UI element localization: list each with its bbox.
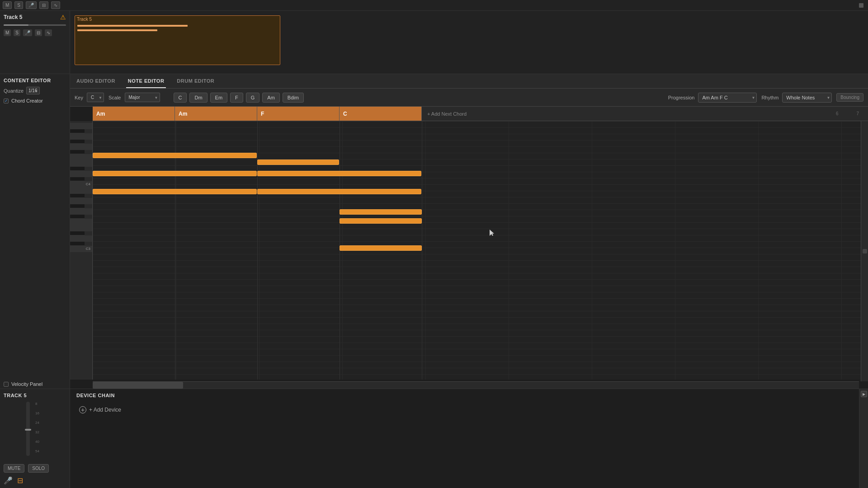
quantize-label: Quantize: [4, 88, 24, 94]
track-s-btn[interactable]: S: [14, 29, 20, 36]
key-Db3[interactable]: [70, 242, 85, 246]
key-E3[interactable]: [70, 225, 92, 231]
note-E4-Am1[interactable]: [93, 153, 257, 158]
right-strip-btn[interactable]: ▶: [861, 391, 867, 397]
key-E4[interactable]: [70, 160, 92, 167]
scale-select[interactable]: Major Minor Pentatonic: [125, 93, 160, 102]
quantize-select[interactable]: 1/16 1/8 1/4: [26, 87, 40, 94]
top-ctrl-mic[interactable]: 🎤: [26, 1, 37, 9]
key-Bb3[interactable]: [70, 194, 85, 198]
note-editor-toolbar: Key C D E F G A B Scale: [70, 89, 868, 107]
bouncing-toggle[interactable]: Bouncing: [836, 93, 863, 102]
chord-block-Am2[interactable]: Am: [175, 107, 257, 121]
horizontal-scrollbar[interactable]: [93, 381, 859, 389]
note-C4-F[interactable]: [257, 171, 421, 176]
key-A4[interactable]: [70, 133, 92, 140]
key-F3[interactable]: [70, 219, 92, 225]
note-E4-C[interactable]: [340, 209, 422, 215]
key-Ab4[interactable]: [70, 140, 85, 144]
chord-creator-checkbox[interactable]: [4, 99, 9, 103]
key-G3[interactable]: [70, 208, 92, 215]
fader-knob[interactable]: [25, 429, 31, 431]
tab-drum[interactable]: DRUM EDITOR: [175, 75, 216, 88]
track-title-row: Track 5 ⚠: [4, 14, 66, 21]
chord-Dm-btn[interactable]: Dm: [189, 93, 207, 103]
chord-block-C[interactable]: C: [340, 107, 422, 121]
bar-7: 7: [847, 107, 868, 121]
key-D4[interactable]: [70, 171, 92, 177]
scrollbar-thumb[interactable]: [93, 382, 183, 389]
left-sidebar: CONTENT EDITOR Quantize 1/16 1/8 1/4 Cho…: [0, 74, 70, 389]
chord-C-btn[interactable]: C: [174, 93, 187, 103]
velocity-panel-checkbox[interactable]: [4, 382, 9, 387]
device-chain-area: DEVICE CHAIN + + Add Device: [70, 389, 859, 488]
key-Eb4[interactable]: [70, 167, 85, 171]
mic-icon[interactable]: 🎤: [4, 476, 13, 485]
key-select-wrap[interactable]: C D E F G A B: [87, 93, 104, 102]
db-24: 24: [35, 421, 39, 425]
db-16: 16: [35, 411, 39, 415]
rhythm-select-wrap[interactable]: Whole Notes Half Notes Quarter Notes: [782, 93, 832, 103]
key-Gb3[interactable]: [70, 215, 85, 219]
quantize-select-wrap[interactable]: 1/16 1/8 1/4: [26, 87, 40, 94]
key-B3[interactable]: [70, 188, 92, 194]
rhythm-select[interactable]: Whole Notes Half Notes Quarter Notes: [782, 93, 832, 103]
add-device-button[interactable]: + + Add Device: [76, 404, 853, 416]
tab-note[interactable]: NOTE EDITOR: [126, 75, 166, 88]
key-Bb4[interactable]: [70, 129, 85, 133]
chord-Am-btn[interactable]: Am: [262, 93, 280, 103]
add-chord-button[interactable]: + Add Next Chord: [422, 107, 472, 121]
chord-block-F[interactable]: F: [257, 107, 340, 121]
chord-Em-btn[interactable]: Em: [210, 93, 228, 103]
chord-creator-label: Chord Creator: [11, 98, 43, 103]
key-D3[interactable]: [70, 235, 92, 242]
track-wave-btn[interactable]: ∿: [45, 29, 52, 36]
progression-select[interactable]: Am Am F C C G Am F: [698, 93, 757, 103]
key-F4[interactable]: [70, 154, 92, 160]
track-controls-row: M S 🎤 ⊟ ∿: [4, 29, 66, 36]
sidebar-spacer: [0, 105, 70, 380]
top-ctrl-m[interactable]: M: [3, 1, 12, 9]
solo-button[interactable]: SOLO: [28, 464, 49, 473]
note-grid[interactable]: [93, 121, 868, 380]
key-C4[interactable]: C4: [70, 181, 92, 188]
key-Gb4[interactable]: [70, 150, 85, 154]
key-Eb3[interactable]: [70, 231, 85, 235]
velocity-panel-row: Velocity Panel: [0, 380, 70, 389]
track-clip[interactable]: Track 5: [75, 15, 280, 65]
top-ctrl-eq[interactable]: ⊟: [39, 1, 48, 9]
note-F4-F[interactable]: [257, 160, 339, 165]
track-mic-btn[interactable]: 🎤: [23, 29, 32, 36]
scroll-thumb-v[interactable]: [863, 249, 867, 253]
note-G3-C[interactable]: [340, 218, 422, 224]
key-G4[interactable]: [70, 144, 92, 150]
eq-bars-icon[interactable]: ⊟: [17, 476, 23, 485]
chord-G-btn[interactable]: G: [246, 93, 260, 103]
volume-slider-wrap[interactable]: [4, 24, 66, 26]
track-m-btn[interactable]: M: [4, 29, 11, 36]
top-ctrl-wave[interactable]: ∿: [51, 1, 60, 9]
key-C3[interactable]: C3: [70, 246, 92, 252]
note-C4-Am1[interactable]: [93, 171, 257, 176]
key-Ab3[interactable]: [70, 204, 85, 208]
tab-audio[interactable]: AUDIO EDITOR: [75, 75, 117, 88]
key-Db4[interactable]: [70, 177, 85, 181]
progression-select-wrap[interactable]: Am Am F C C G Am F: [698, 93, 757, 103]
top-ctrl-s[interactable]: S: [14, 1, 23, 9]
track-header-top: Track 5 ⚠ M S 🎤 ⊟ ∿: [0, 11, 70, 74]
key-B4[interactable]: [70, 123, 92, 129]
track-eq-btn[interactable]: ⊟: [35, 29, 42, 36]
progression-label: Progression: [668, 95, 695, 100]
mute-button[interactable]: MUTE: [4, 464, 24, 473]
chord-Bdim-btn[interactable]: Bdim: [283, 93, 304, 103]
chord-block-Am1[interactable]: Am: [93, 107, 175, 121]
note-A3-Am1[interactable]: [93, 189, 257, 194]
scale-select-wrap[interactable]: Major Minor Pentatonic: [125, 93, 160, 102]
key-A3[interactable]: [70, 198, 92, 204]
note-C3-C[interactable]: [340, 245, 422, 251]
fader-track[interactable]: [26, 402, 30, 456]
note-A3-F[interactable]: [257, 189, 421, 194]
volume-slider[interactable]: [4, 24, 66, 26]
chord-F-btn[interactable]: F: [230, 93, 243, 103]
key-select[interactable]: C D E F G A B: [87, 93, 104, 102]
